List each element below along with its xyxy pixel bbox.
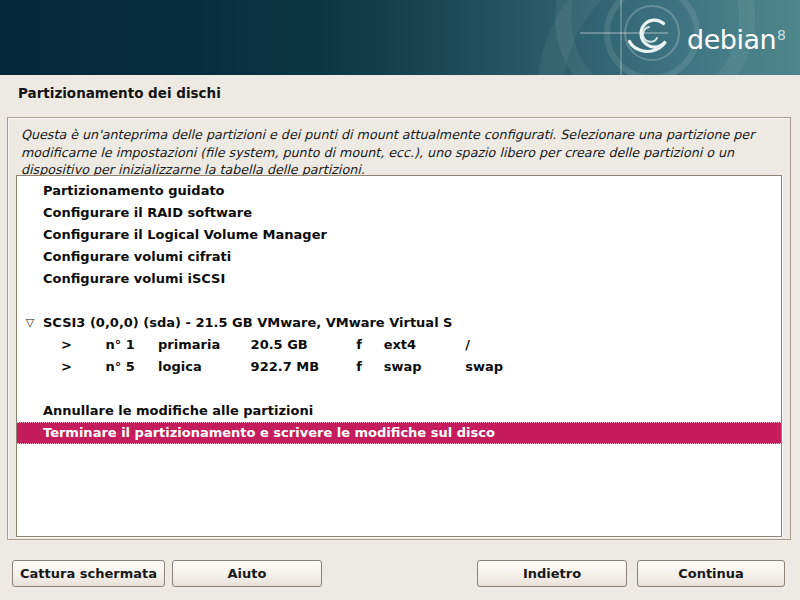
partition-mountpoint: /: [465, 334, 470, 356]
page-title: Partizionamento dei dischi: [18, 85, 221, 101]
partition-size: 922.7 MB: [251, 356, 308, 378]
partition-filesystem: swap: [384, 356, 461, 378]
list-spacer: [17, 290, 781, 312]
banner-art: [0, 0, 800, 75]
brand-version: 8: [777, 27, 786, 43]
list-item-configure-raid[interactable]: Configurare il RAID software: [17, 202, 781, 224]
partition-type: primaria: [158, 334, 246, 356]
list-item-partition-5[interactable]: > n° 5 logica 922.7 MB f swap swap: [17, 356, 781, 378]
help-button[interactable]: Aiuto: [172, 560, 322, 587]
list-item-guided-partitioning[interactable]: Partizionamento guidato: [17, 180, 781, 202]
partition-number: n° 5: [106, 356, 154, 378]
instructions-text: Questa è un'anteprima delle partizioni e…: [8, 118, 783, 179]
list-item-configure-iscsi[interactable]: Configurare volumi iSCSI: [17, 268, 781, 290]
back-button[interactable]: Indietro: [477, 560, 627, 587]
header-banner: debian8: [0, 0, 800, 75]
debian-logo-text: debian8: [687, 20, 786, 55]
disk-label: SCSI3 (0,0,0) (sda) - 21.5 GB VMware, VM…: [43, 315, 452, 330]
debian-swirl-icon: [630, 20, 666, 51]
list-item-finish-partitioning-selected[interactable]: Terminare il partizionamento e scrivere …: [17, 422, 781, 444]
partition-filesystem: ext4: [384, 334, 461, 356]
partition-number: n° 1: [106, 334, 154, 356]
partition-size: 20.5 GB: [251, 334, 308, 356]
partition-list[interactable]: Partizionamento guidato Configurare il R…: [16, 175, 782, 537]
list-item-partition-1[interactable]: > n° 1 primaria 20.5 GB f ext4 /: [17, 334, 781, 356]
partition-marker-icon: >: [61, 356, 101, 378]
question-frame: Questa è un'anteprima delle partizioni e…: [7, 117, 791, 540]
brand-name: debian: [687, 24, 776, 55]
screenshot-button[interactable]: Cattura schermata: [12, 560, 165, 587]
partition-type: logica: [158, 356, 246, 378]
list-item-undo-changes[interactable]: Annullare le modifiche alle partizioni: [17, 400, 781, 422]
continue-button[interactable]: Continua: [637, 560, 785, 587]
partition-mountpoint: swap: [465, 356, 503, 378]
list-item-disk-sda[interactable]: ▽ SCSI3 (0,0,0) (sda) - 21.5 GB VMware, …: [17, 312, 781, 334]
partition-format-flag: f: [356, 334, 379, 356]
partition-marker-icon: >: [61, 334, 101, 356]
list-item-configure-encrypted[interactable]: Configurare volumi cifrati: [17, 246, 781, 268]
list-spacer: [17, 378, 781, 400]
partition-format-flag: f: [356, 356, 379, 378]
expander-triangle-icon[interactable]: ▽: [22, 312, 38, 334]
list-item-configure-lvm[interactable]: Configurare il Logical Volume Manager: [17, 224, 781, 246]
